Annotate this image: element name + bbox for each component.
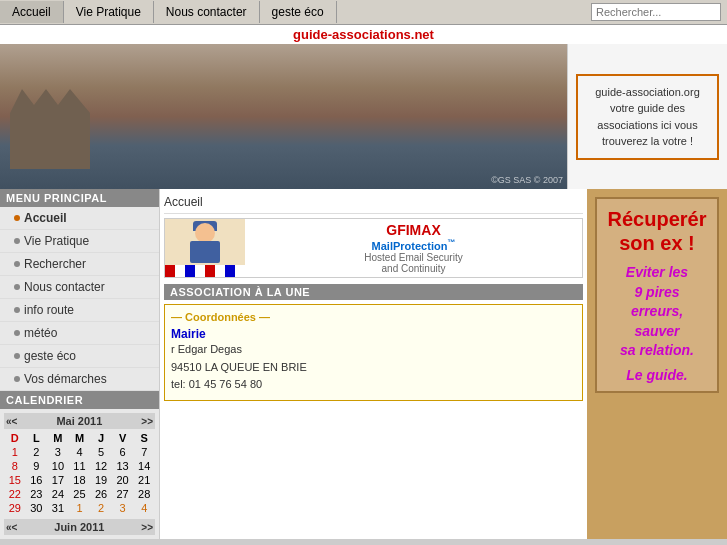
sidebar-item-geste-eco[interactable]: geste éco: [0, 345, 159, 368]
sidebar-item-meteo[interactable]: météo: [0, 322, 159, 345]
recuperer-line1: Récuperér: [608, 208, 707, 230]
bullet-icon: [14, 215, 20, 221]
trademark-symbol: ™: [447, 238, 455, 247]
cal-next-next[interactable]: >>: [141, 416, 153, 427]
bullet-icon: [14, 307, 20, 313]
coordonnees-title: — Coordonnées —: [171, 311, 576, 323]
sidebar-item-nous-contacter[interactable]: Nous contacter: [0, 276, 159, 299]
cal-day[interactable]: 8: [4, 459, 26, 473]
sidebar-item-info-route[interactable]: info route: [0, 299, 159, 322]
recuperer-advertisement[interactable]: Récuperér son ex ! Eviter les 9 pires er…: [595, 197, 719, 393]
cal-day[interactable]: 1: [4, 445, 26, 459]
nav-nous-contacter[interactable]: Nous contacter: [154, 1, 260, 23]
table-row: 8 9 10 11 12 13 14: [4, 459, 155, 473]
cal-day[interactable]: 15: [4, 473, 26, 487]
calendar-june-header: «< Juin 2011 >>: [4, 519, 155, 535]
cal-day[interactable]: 7: [133, 445, 155, 459]
table-row: 29 30 31 1 2 3 4: [4, 501, 155, 515]
cal-th-j: J: [90, 431, 112, 445]
cal-day[interactable]: 27: [112, 487, 134, 501]
cal-day[interactable]: 3: [47, 445, 69, 459]
cal-day[interactable]: 21: [133, 473, 155, 487]
cal-day[interactable]: 11: [69, 459, 91, 473]
recuperer-title: Récuperér son ex !: [605, 207, 709, 255]
cal-day[interactable]: 1: [69, 501, 91, 515]
cal-th-d: D: [4, 431, 26, 445]
sidebar-label-vos-demarches: Vos démarches: [24, 372, 107, 386]
cal-day[interactable]: 25: [69, 487, 91, 501]
recuperer-guide: Le guide.: [605, 367, 709, 383]
bullet-icon: [14, 284, 20, 290]
cal-day[interactable]: 10: [47, 459, 69, 473]
coordonnees-box: — Coordonnées — Mairie r Edgar Degas 945…: [164, 304, 583, 401]
cal-day[interactable]: 26: [90, 487, 112, 501]
main-layout: MENU PRINCIPAL Accueil Vie Pratique Rech…: [0, 189, 727, 539]
email-banner[interactable]: GFIMAX MailProtection™ Hosted Email Secu…: [164, 218, 583, 278]
cal-day[interactable]: 14: [133, 459, 155, 473]
cal-june-prev[interactable]: «<: [6, 522, 17, 533]
email-banner-illustration: [165, 219, 245, 277]
cal-day[interactable]: 13: [112, 459, 134, 473]
cal-day[interactable]: 23: [26, 487, 48, 501]
mailprotection-label: MailProtection™: [372, 238, 456, 252]
cal-day[interactable]: 3: [112, 501, 134, 515]
cal-day[interactable]: 2: [90, 501, 112, 515]
table-row: 1 2 3 4 5 6 7: [4, 445, 155, 459]
nav-accueil[interactable]: Accueil: [0, 1, 64, 23]
cal-day[interactable]: 28: [133, 487, 155, 501]
banner-image: [0, 44, 567, 189]
top-navigation: Accueil Vie Pratique Nous contacter gest…: [0, 0, 727, 25]
cal-day[interactable]: 30: [26, 501, 48, 515]
cal-day[interactable]: 19: [90, 473, 112, 487]
nav-vie-pratique[interactable]: Vie Pratique: [64, 1, 154, 23]
banner-stripes: [165, 265, 245, 277]
recuperer-line2: son ex !: [619, 232, 695, 254]
sidebar-item-rechercher[interactable]: Rechercher: [0, 253, 159, 276]
cal-day[interactable]: 2: [26, 445, 48, 459]
cal-day[interactable]: 4: [133, 501, 155, 515]
sidebar-label-info-route: info route: [24, 303, 74, 317]
cal-day[interactable]: 12: [90, 459, 112, 473]
bullet-icon: [14, 261, 20, 267]
cal-day[interactable]: 20: [112, 473, 134, 487]
sub3: erreurs,: [631, 303, 683, 319]
nav-geste-eco[interactable]: geste éco: [260, 1, 337, 23]
calendar-may-header: «< Mai 2011 >>: [4, 413, 155, 429]
cal-day[interactable]: 18: [69, 473, 91, 487]
cal-day[interactable]: 4: [69, 445, 91, 459]
cal-th-l: L: [26, 431, 48, 445]
sidebar-item-accueil[interactable]: Accueil: [0, 207, 159, 230]
search-input[interactable]: [591, 3, 721, 21]
body: [190, 241, 220, 263]
email-subtitle-line2: and Continuity: [364, 263, 462, 274]
cal-day[interactable]: 24: [47, 487, 69, 501]
email-banner-content: GFIMAX MailProtection™ Hosted Email Secu…: [245, 219, 582, 277]
bullet-icon: [14, 353, 20, 359]
sub4: sauver: [634, 323, 679, 339]
cal-th-v: V: [112, 431, 134, 445]
street-line: r Edgar Degas: [171, 341, 576, 359]
association-section: ASSOCIATION À LA UNE — Coordonnées — Mai…: [164, 284, 583, 401]
site-title-link[interactable]: guide-associations.net: [293, 27, 434, 42]
mailprotection-text: MailProtection: [372, 240, 448, 252]
banner-ad-text: guide-association.org votre guide des as…: [576, 74, 719, 160]
cal-day[interactable]: 22: [4, 487, 26, 501]
cal-day[interactable]: 17: [47, 473, 69, 487]
cal-prev-prev[interactable]: «<: [6, 416, 17, 427]
cal-day[interactable]: 16: [26, 473, 48, 487]
calendar-section-title: CALENDRIER: [0, 391, 159, 409]
head: [195, 223, 215, 243]
cal-day[interactable]: 31: [47, 501, 69, 515]
cal-june-next[interactable]: >>: [141, 522, 153, 533]
right-column[interactable]: Récuperér son ex ! Eviter les 9 pires er…: [587, 189, 727, 539]
cal-day[interactable]: 29: [4, 501, 26, 515]
sidebar-item-vos-demarches[interactable]: Vos démarches: [0, 368, 159, 391]
sidebar-item-vie-pratique[interactable]: Vie Pratique: [0, 230, 159, 253]
cal-day[interactable]: 5: [90, 445, 112, 459]
banner-advertisement[interactable]: guide-association.org votre guide des as…: [567, 44, 727, 189]
cal-day[interactable]: 6: [112, 445, 134, 459]
site-title-bar: guide-associations.net: [0, 25, 727, 44]
sidebar-label-accueil: Accueil: [24, 211, 67, 225]
mairie-name[interactable]: Mairie: [171, 327, 576, 341]
cal-day[interactable]: 9: [26, 459, 48, 473]
